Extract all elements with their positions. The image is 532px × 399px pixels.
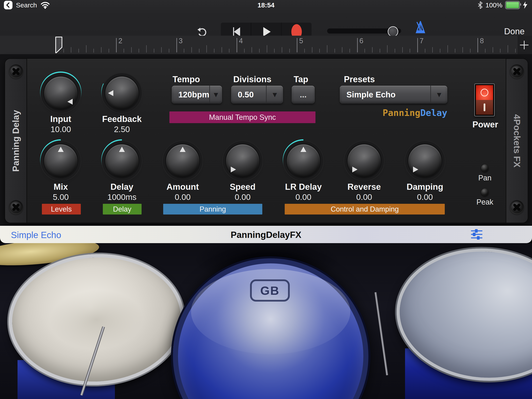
ruler-bar-tick xyxy=(297,38,297,52)
plugin-left-rail: Panning Delay xyxy=(5,59,27,223)
back-to-search-button[interactable] xyxy=(4,1,13,9)
knob-lr-delay[interactable]: LR Delay0.00 xyxy=(282,138,325,203)
ruler-right-cap xyxy=(518,36,532,54)
group-label-levels: Levels xyxy=(42,204,81,214)
ruler-bar-number: 2 xyxy=(118,37,122,45)
knob-pointer-icon xyxy=(231,167,236,172)
knob-face[interactable] xyxy=(43,76,78,111)
knob-face[interactable] xyxy=(104,76,139,111)
ruler-tick xyxy=(432,47,433,53)
volume-slider-thumb[interactable] xyxy=(388,26,398,37)
presets-value: Simple Echo xyxy=(340,86,430,104)
timeline-ruler[interactable]: 12345678 xyxy=(0,36,532,55)
transport-bar: Done xyxy=(0,10,532,36)
fx-controls-button[interactable] xyxy=(470,229,483,241)
ruler-tick xyxy=(206,45,207,53)
battery-percent: 100% xyxy=(485,1,502,9)
screw-icon xyxy=(9,200,23,214)
knob-feedback[interactable]: Feedback2.50 xyxy=(100,71,144,135)
knob-amount[interactable]: Amount0.00 xyxy=(161,138,204,203)
plugin-vendor-vertical-label: 4Pockets FX xyxy=(512,114,522,167)
knob-input[interactable]: Input10.00 xyxy=(39,71,82,135)
ruler-tick xyxy=(448,45,448,53)
ruler-tick xyxy=(289,49,290,53)
knob-value: 5.00 xyxy=(39,193,82,202)
tap-label: Tap xyxy=(294,74,308,84)
fx-title: PanningDelayFX xyxy=(231,230,301,240)
playhead-marker[interactable] xyxy=(55,36,63,54)
tempo-dropdown[interactable]: 120bpm ▼ xyxy=(172,86,222,104)
screw-icon xyxy=(510,200,524,214)
knob-value: 2.50 xyxy=(100,125,144,134)
knob-damping[interactable]: Damping0.00 xyxy=(403,138,447,203)
ruler-bar-number: 8 xyxy=(480,37,484,45)
ruler-tick xyxy=(342,47,342,53)
manual-tempo-sync-button[interactable]: Manual Tempo Sync xyxy=(169,111,316,123)
ruler-tick xyxy=(161,47,162,53)
volume-slider[interactable] xyxy=(327,28,401,33)
knob-pointer-icon xyxy=(300,147,306,152)
knob-delay[interactable]: Delay1000ms xyxy=(100,138,144,203)
knob-face[interactable] xyxy=(286,143,321,179)
top-toolbar: Search 18:54 100% xyxy=(0,0,532,36)
back-app-label[interactable]: Search xyxy=(16,1,37,9)
ruler-tick xyxy=(146,45,147,53)
back-chevron-icon xyxy=(5,2,12,8)
bluetooth-icon xyxy=(478,1,483,9)
ruler-tick xyxy=(304,49,305,53)
preset-name-link[interactable]: Simple Echo xyxy=(11,230,61,240)
knob-face[interactable] xyxy=(347,143,382,179)
presets-dropdown[interactable]: Simple Echo ▼ xyxy=(340,86,447,104)
metronome-button[interactable] xyxy=(414,21,426,35)
ruler-tick xyxy=(274,49,275,53)
ruler-bar-tick xyxy=(357,38,358,52)
tap-tempo-button[interactable]: ... xyxy=(292,86,315,104)
knob-face[interactable] xyxy=(165,143,200,179)
add-bars-button[interactable] xyxy=(520,41,528,49)
knob-pointer-icon xyxy=(108,90,113,96)
knob-face[interactable] xyxy=(43,143,78,179)
knob-mix[interactable]: Mix5.00 xyxy=(39,138,82,203)
drum-kit-image[interactable]: GB xyxy=(0,243,532,399)
ruler-tick xyxy=(229,49,229,53)
power-switch[interactable] xyxy=(474,83,495,116)
ruler-tick xyxy=(63,49,64,53)
knob-name: Amount xyxy=(161,182,204,192)
status-time: 18:54 xyxy=(258,1,275,9)
pan-led-indicator xyxy=(481,164,488,172)
knob-name: Reverse xyxy=(342,182,386,192)
led-label: Peak xyxy=(473,198,497,206)
power-switch-on-half xyxy=(476,100,493,115)
knob-face[interactable] xyxy=(225,143,260,179)
tempo-value: 120bpm xyxy=(172,86,209,104)
status-bar: Search 18:54 100% xyxy=(0,0,532,10)
ruler-tick xyxy=(169,49,169,53)
ruler-tick xyxy=(199,49,199,53)
ruler-tick xyxy=(410,49,410,53)
knob-speed[interactable]: Speed0.00 xyxy=(221,138,264,203)
tap-button-value: ... xyxy=(300,90,306,99)
ruler-tick xyxy=(455,49,455,53)
gb-logo: GB xyxy=(250,279,290,302)
knob-value: 1000ms xyxy=(100,193,144,202)
ruler-bar-tick xyxy=(116,38,117,52)
ruler-tick xyxy=(470,49,470,53)
ruler-bar-number: 5 xyxy=(299,37,303,45)
ruler-tick xyxy=(124,49,124,53)
ruler-tick xyxy=(372,47,373,53)
ruler-tick xyxy=(335,49,335,53)
garageband-screen: Search 18:54 100% xyxy=(0,0,532,399)
ruler-tick xyxy=(365,49,365,53)
knob-face[interactable] xyxy=(104,143,139,179)
knob-face[interactable] xyxy=(407,143,443,179)
done-button[interactable]: Done xyxy=(504,26,525,36)
ruler-tick xyxy=(312,47,312,53)
knob-pointer-icon xyxy=(413,167,418,172)
knob-reverse[interactable]: Reverse0.00 xyxy=(342,138,386,203)
ruler-bar-tick xyxy=(477,38,478,52)
ruler-tick xyxy=(440,49,440,53)
ruler-bar-number: 7 xyxy=(420,37,424,45)
divisions-dropdown[interactable]: 0.50 ▼ xyxy=(231,86,283,104)
knob-name: Speed xyxy=(221,182,264,192)
ruler-tick xyxy=(252,47,252,53)
